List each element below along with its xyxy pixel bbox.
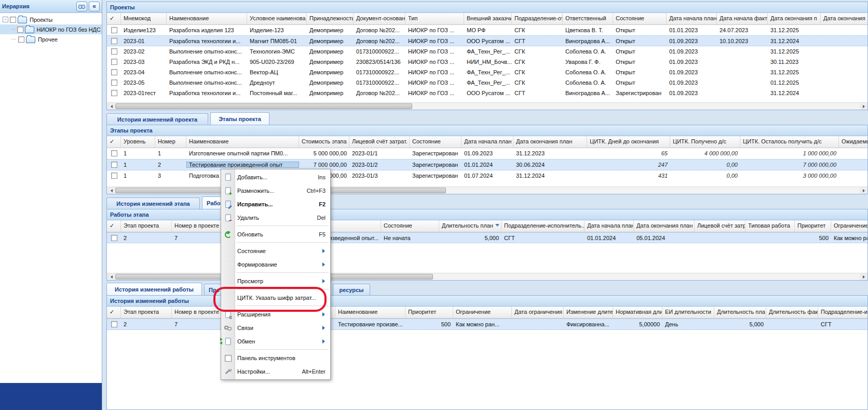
column-header[interactable]: Внешний заказчик: [464, 13, 512, 24]
tree-checkbox[interactable]: [17, 27, 23, 33]
column-header[interactable]: Дата начала план: [462, 136, 513, 148]
row-checkbox[interactable]: [111, 90, 117, 96]
tree-checkbox[interactable]: [10, 17, 16, 23]
column-header[interactable]: Типовая работа: [745, 220, 795, 232]
column-header[interactable]: Условное наименова: [247, 13, 307, 24]
select-all-header[interactable]: ✓: [107, 13, 121, 24]
tab-work-0[interactable]: История изменений работы: [106, 283, 202, 295]
column-header[interactable]: Принадлежность: [307, 13, 354, 24]
menu-item-13[interactable]: Настройки...Alt+Enter: [221, 365, 330, 378]
column-header[interactable]: Ограничение: [831, 220, 867, 232]
tree-checkbox[interactable]: [18, 36, 24, 43]
scrollbar-thumb[interactable]: [115, 103, 412, 109]
column-header[interactable]: Длительность фак: [766, 307, 818, 318]
projects-hscrollbar[interactable]: [107, 102, 867, 110]
menu-item-5[interactable]: Состояние: [221, 244, 330, 258]
column-header[interactable]: Нормативная длит: [613, 307, 662, 318]
scroll-left-icon[interactable]: [107, 103, 115, 110]
column-header[interactable]: Ответственный: [563, 13, 613, 24]
column-header[interactable]: Состояние: [613, 13, 667, 24]
row-checkbox[interactable]: [111, 173, 117, 179]
column-header[interactable]: Уровень: [121, 136, 155, 148]
menu-item-1[interactable]: Размножить...Ctrl+F3: [221, 184, 330, 197]
column-header[interactable]: ЦИТК. Осталось получить д/с: [740, 136, 839, 148]
collapse-panel-button[interactable]: «: [89, 2, 100, 11]
row-checkbox[interactable]: [111, 235, 117, 241]
column-header[interactable]: Дата начала план.: [667, 13, 717, 24]
table-row[interactable]: 11Изготовление опытной партии ПМ0...5 00…: [107, 148, 867, 159]
row-checkbox[interactable]: [111, 69, 117, 75]
tab-project-0[interactable]: История изменений проекта: [106, 113, 208, 125]
column-header[interactable]: Стоимость этапа: [299, 136, 349, 148]
menu-item-9[interactable]: Расширения: [221, 308, 330, 321]
column-header[interactable]: Подразделение-исполнитель..: [501, 220, 585, 232]
row-checkbox[interactable]: [111, 162, 117, 168]
column-header[interactable]: Лицевой счёт затрат.: [349, 136, 410, 148]
menu-item-12[interactable]: Панель инструментов: [221, 351, 330, 365]
select-all-header[interactable]: ✓: [107, 307, 121, 318]
column-header[interactable]: Дата окончания план: [513, 136, 587, 148]
menu-item-4[interactable]: ОбновитьF5: [221, 228, 330, 241]
column-header[interactable]: Документ-основан: [354, 13, 405, 24]
column-header[interactable]: Лицевой счёт затр: [695, 220, 745, 232]
menu-item-11[interactable]: Обмен: [221, 335, 330, 348]
column-header[interactable]: Дата окончания: [821, 13, 867, 24]
column-header[interactable]: Мнемокод: [121, 13, 167, 24]
column-header[interactable]: Изменение длител: [564, 307, 613, 318]
tree-collapse-icon[interactable]: -: [3, 17, 8, 22]
column-header[interactable]: ЕИ длительности: [662, 307, 714, 318]
table-row[interactable]: 2023-02Выполнение опытно-конс...Технолог…: [107, 46, 867, 57]
row-checkbox[interactable]: [111, 150, 117, 156]
table-row[interactable]: 2023-04Выполнение опытно-конс...Вектор-А…: [107, 67, 867, 77]
scroll-right-icon[interactable]: [860, 103, 867, 110]
search-button[interactable]: [76, 2, 87, 11]
column-header[interactable]: Наименование: [167, 13, 247, 24]
menu-item-2[interactable]: Исправить...F2: [221, 197, 330, 211]
column-header[interactable]: Подразделение-от: [512, 13, 563, 24]
row-checkbox[interactable]: [111, 38, 117, 44]
column-header[interactable]: Этап проекта: [121, 220, 172, 232]
scroll-right-icon[interactable]: [860, 274, 867, 280]
table-row[interactable]: Изделие123Разработка изделия 123Изделие-…: [107, 25, 867, 35]
tab-project-1[interactable]: Этапы проекта: [210, 112, 269, 125]
row-checkbox[interactable]: [111, 27, 117, 33]
column-header[interactable]: Состояние: [410, 136, 462, 148]
column-header[interactable]: Подразделение-и: [818, 307, 867, 318]
column-header[interactable]: Приоритет: [795, 220, 831, 232]
select-all-header[interactable]: ✓: [107, 220, 121, 232]
column-header[interactable]: Состояние: [381, 220, 439, 232]
column-header[interactable]: Ограничение: [453, 307, 512, 318]
column-header[interactable]: Приоритет: [405, 307, 453, 318]
menu-item-6[interactable]: Формирование: [221, 258, 330, 271]
tab-stage-0[interactable]: История изменений этапа: [106, 197, 200, 209]
column-header[interactable]: Тип: [405, 13, 464, 24]
scroll-right-icon[interactable]: [860, 188, 867, 194]
menu-item-10[interactable]: Связи: [221, 321, 330, 335]
column-header[interactable]: Длительность пла: [714, 307, 766, 318]
row-checkbox[interactable]: [111, 59, 117, 65]
table-row[interactable]: 2023-05Выполнение опытно-конс...Дредноут…: [107, 77, 867, 88]
column-header[interactable]: Номер: [155, 136, 186, 148]
table-row[interactable]: 2023-03Разработка ЭКД и РКД н...905-U020…: [107, 57, 867, 67]
column-header[interactable]: Дата окончания п: [768, 13, 821, 24]
column-header[interactable]: Дата окончания план: [634, 220, 695, 232]
column-header[interactable]: ЦИТК. Получено д/с: [670, 136, 740, 148]
menu-item-8[interactable]: ЦИТК. Указать шифр затрат...: [221, 291, 330, 305]
scroll-left-icon[interactable]: [107, 274, 115, 280]
menu-item-3[interactable]: УдалитьDel: [221, 211, 330, 224]
column-header[interactable]: Ожидаемь: [839, 136, 867, 148]
row-checkbox[interactable]: [111, 80, 117, 86]
column-header[interactable]: ЦИТК. Дней до окончания: [587, 136, 670, 148]
menu-item-7[interactable]: Просмотр: [221, 274, 330, 288]
tab-work-2[interactable]: ресурсы: [333, 284, 370, 295]
table-row[interactable]: 2023-01тестРазработка технологии и...Пос…: [107, 88, 867, 98]
column-header[interactable]: Наименование: [186, 136, 299, 148]
table-row[interactable]: 2023-01Разработка технологии и...Магнит …: [107, 35, 867, 46]
scroll-left-icon[interactable]: [107, 188, 115, 194]
tree-item[interactable]: -Проекты: [0, 15, 102, 24]
column-header[interactable]: Этап проекта: [121, 307, 172, 318]
column-header[interactable]: Дата начала план.: [585, 220, 634, 232]
menu-item-0[interactable]: Добавить...Ins: [221, 170, 330, 184]
column-header[interactable]: Наименование: [335, 307, 405, 318]
column-header[interactable]: Дата начала факт: [717, 13, 768, 24]
